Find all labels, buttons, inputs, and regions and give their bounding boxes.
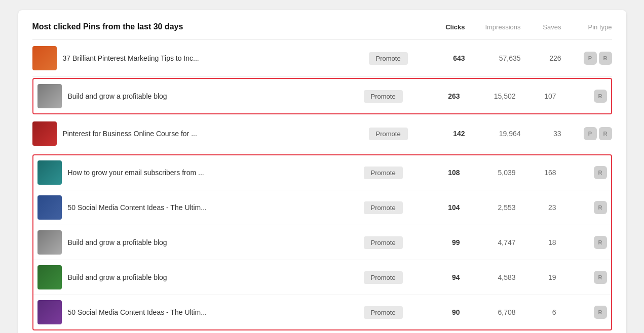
table-row: How to grow your email subscribers from … xyxy=(33,155,611,190)
badge-r: R xyxy=(594,306,607,319)
impressions-value: 6,708 xyxy=(460,308,516,316)
clicks-value: 90 xyxy=(414,308,460,316)
pin-title: Pinterest for Business Online Course for… xyxy=(63,130,197,138)
badge-r: R xyxy=(594,166,607,179)
header-row: Most clicked Pins from the last 30 days … xyxy=(32,22,612,31)
badge-r: R xyxy=(594,201,607,214)
pin-title: Build and grow a profitable blog xyxy=(68,273,167,281)
pin-thumbnail xyxy=(37,265,62,289)
pin-title: 50 Social Media Content Ideas - The Ulti… xyxy=(68,308,207,316)
promote-col: Promote xyxy=(369,128,420,140)
badge-r: R xyxy=(594,236,607,249)
pin-thumbnail xyxy=(37,195,62,220)
clicks-value: 263 xyxy=(414,92,460,100)
promote-col: Promote xyxy=(364,306,414,319)
saves-value: 6 xyxy=(516,308,556,316)
saves-value: 23 xyxy=(516,203,556,212)
clicks-value: 142 xyxy=(420,130,465,138)
pin-thumbnail xyxy=(32,46,57,70)
pintype-badges: P R xyxy=(561,52,612,65)
clicks-value: 94 xyxy=(414,273,460,281)
saves-value: 107 xyxy=(516,92,556,100)
table-row: Build and grow a profitable blog Promote… xyxy=(33,79,611,113)
impressions-value: 5,039 xyxy=(460,169,516,177)
saves-value: 226 xyxy=(521,54,561,62)
pin-info: Build and grow a profitable blog xyxy=(37,230,364,255)
pin-title: 50 Social Media Content Ideas - The Ulti… xyxy=(68,203,207,212)
pintype-badges: R xyxy=(556,90,607,103)
impressions-value: 4,583 xyxy=(460,273,516,281)
pin-info: Build and grow a profitable blog xyxy=(37,84,364,108)
promote-col: Promote xyxy=(364,166,414,179)
highlighted-group: How to grow your email subscribers from … xyxy=(32,154,612,330)
highlighted-row-single: Build and grow a profitable blog Promote… xyxy=(32,78,612,114)
promote-button[interactable]: Promote xyxy=(364,271,403,284)
pintype-badges: R xyxy=(556,236,607,249)
promote-col: Promote xyxy=(364,271,414,284)
badge-r: R xyxy=(599,52,612,65)
promote-col: Promote xyxy=(364,236,414,249)
impressions-value: 4,747 xyxy=(460,238,516,246)
pin-thumbnail xyxy=(37,84,62,108)
badge-r: R xyxy=(599,127,612,140)
pin-info: How to grow your email subscribers from … xyxy=(37,160,364,185)
promote-button[interactable]: Promote xyxy=(369,128,408,140)
pin-thumbnail xyxy=(37,160,62,185)
saves-value: 19 xyxy=(516,273,556,281)
pintype-badges: R xyxy=(556,271,607,284)
main-card: Most clicked Pins from the last 30 days … xyxy=(18,10,626,333)
saves-value: 18 xyxy=(516,238,556,246)
pintype-badges: R xyxy=(556,201,607,214)
promote-button[interactable]: Promote xyxy=(364,236,403,249)
pin-title: Build and grow a profitable blog xyxy=(68,238,167,246)
badge-p: P xyxy=(584,52,597,65)
pin-info: 50 Social Media Content Ideas - The Ulti… xyxy=(37,300,364,324)
promote-button[interactable]: Promote xyxy=(364,306,403,319)
pin-info: Build and grow a profitable blog xyxy=(37,265,364,289)
pintype-badges: P R xyxy=(561,127,612,140)
clicks-value: 108 xyxy=(414,169,460,177)
pintype-badges: R xyxy=(556,306,607,319)
impressions-value: 15,502 xyxy=(460,92,516,100)
pin-title: Build and grow a profitable blog xyxy=(68,92,167,100)
promote-col: Promote xyxy=(369,52,420,65)
section-title: Most clicked Pins from the last 30 days xyxy=(32,22,420,31)
table-row: Pinterest for Business Online Course for… xyxy=(32,115,612,152)
clicks-value: 104 xyxy=(414,203,460,212)
table-row: 50 Social Media Content Ideas - The Ulti… xyxy=(33,190,611,225)
promote-button[interactable]: Promote xyxy=(369,52,408,65)
pin-title: 37 Brilliant Pinterest Marketing Tips to… xyxy=(63,54,199,62)
badge-r: R xyxy=(594,90,607,103)
saves-value: 168 xyxy=(516,169,556,177)
pin-info: 50 Social Media Content Ideas - The Ulti… xyxy=(37,195,364,220)
promote-button[interactable]: Promote xyxy=(364,166,403,179)
pin-info: Pinterest for Business Online Course for… xyxy=(32,121,369,146)
pin-thumbnail xyxy=(32,121,57,146)
table-row: 37 Brilliant Pinterest Marketing Tips to… xyxy=(32,40,612,77)
saves-value: 33 xyxy=(521,130,561,138)
clicks-value: 643 xyxy=(420,54,465,62)
promote-col: Promote xyxy=(364,201,414,214)
clicks-header: Clicks xyxy=(420,23,465,31)
pintype-badges: R xyxy=(556,166,607,179)
promote-button[interactable]: Promote xyxy=(364,90,403,103)
saves-header: Saves xyxy=(521,23,561,31)
pin-info: 37 Brilliant Pinterest Marketing Tips to… xyxy=(32,46,369,70)
impressions-header: Impressions xyxy=(465,23,521,31)
pin-thumbnail xyxy=(37,230,62,255)
table-row: 50 Social Media Content Ideas - The Ulti… xyxy=(33,295,611,329)
pin-title: How to grow your email subscribers from … xyxy=(68,169,204,177)
pintype-header: Pin type xyxy=(561,23,612,31)
promote-col: Promote xyxy=(364,90,414,103)
impressions-value: 19,964 xyxy=(465,130,521,138)
clicks-value: 99 xyxy=(414,238,460,246)
pin-thumbnail xyxy=(37,300,62,324)
impressions-value: 57,635 xyxy=(465,54,521,62)
badge-r: R xyxy=(594,271,607,284)
promote-button[interactable]: Promote xyxy=(364,201,403,214)
badge-p: P xyxy=(584,127,597,140)
table-row: Build and grow a profitable blog Promote… xyxy=(33,225,611,260)
impressions-value: 2,553 xyxy=(460,203,516,212)
table-row: Build and grow a profitable blog Promote… xyxy=(33,260,611,295)
